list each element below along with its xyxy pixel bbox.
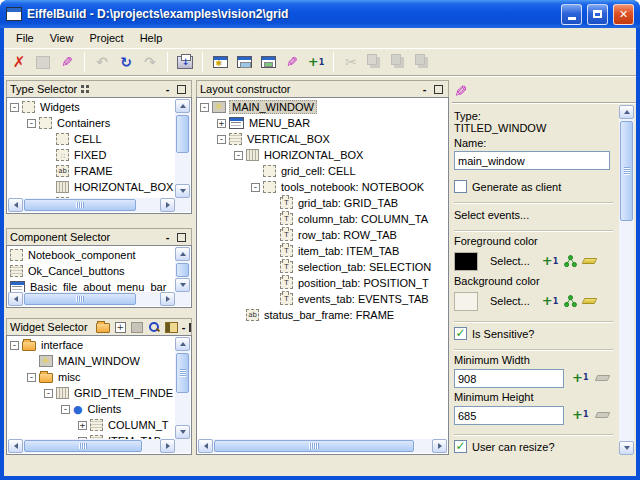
scroll-left-button[interactable] — [8, 439, 23, 453]
tree-row[interactable]: Tposition_tab: POSITION_T — [198, 275, 446, 291]
scroll-up-button[interactable] — [175, 337, 190, 351]
search-icon[interactable] — [148, 321, 160, 333]
vertical-scrollbar[interactable] — [175, 247, 190, 292]
export-button[interactable] — [174, 51, 196, 73]
panel-maximize-button[interactable] — [434, 85, 443, 94]
panel-minimize-button[interactable]: - — [419, 85, 430, 93]
horizontal-scrollbar[interactable] — [8, 198, 175, 212]
maximize-button[interactable] — [587, 4, 608, 25]
build-button[interactable]: ✎ — [56, 51, 78, 73]
scrollbar-thumb[interactable] — [176, 263, 189, 277]
tree-row[interactable]: Basic_file_about_menu_bar — [8, 279, 175, 292]
scroll-left-button[interactable] — [198, 439, 213, 453]
scrollbar-thumb[interactable] — [214, 440, 414, 452]
collapse-icon[interactable]: - — [234, 151, 243, 160]
add-one-icon[interactable]: +1 — [542, 256, 558, 266]
scroll-left-button[interactable] — [8, 198, 23, 212]
vertical-scrollbar[interactable] — [175, 337, 190, 439]
scroll-right-button[interactable] — [432, 439, 447, 453]
horizontal-scrollbar[interactable] — [198, 439, 447, 453]
vertical-scrollbar[interactable] — [175, 99, 190, 198]
color-tree-icon[interactable] — [564, 255, 577, 268]
tree-row[interactable]: +COLUMN_T — [8, 417, 175, 433]
scroll-up-button[interactable] — [619, 105, 634, 119]
foreground-select-button[interactable]: Select... — [484, 253, 536, 269]
select-events-button[interactable]: Select events... — [454, 209, 613, 221]
minimize-button[interactable] — [561, 4, 582, 25]
folder-icon[interactable] — [96, 323, 110, 333]
scrollbar-thumb[interactable] — [24, 293, 136, 305]
builder-tool-button[interactable]: ✎ — [281, 51, 303, 73]
scrollbar-thumb[interactable] — [176, 353, 189, 393]
scroll-down-button[interactable] — [175, 184, 190, 198]
collapse-icon[interactable]: - — [10, 341, 19, 350]
panel-maximize-button[interactable] — [189, 323, 191, 332]
window-settings-button[interactable] — [209, 51, 231, 73]
tree-row[interactable]: -VERTICAL_BOX — [198, 131, 446, 147]
collapse-icon[interactable]: - — [61, 405, 70, 414]
tree-row[interactable]: -Widgets — [8, 99, 175, 115]
tree-row[interactable]: -tools_notebook: NOTEBOOK — [198, 179, 446, 195]
horizontal-scrollbar[interactable] — [8, 439, 175, 453]
scroll-down-button[interactable] — [619, 441, 634, 455]
collapse-icon[interactable]: - — [251, 183, 260, 192]
tree-row[interactable]: CELL — [8, 131, 175, 147]
user-can-resize-checkbox[interactable]: ✓ — [454, 440, 467, 453]
tree-row[interactable]: -●Clients — [8, 401, 175, 417]
tree-row[interactable]: grid_cell: CELL — [198, 163, 446, 179]
horizontal-scrollbar[interactable] — [8, 292, 175, 306]
generate-as-client-checkbox[interactable] — [454, 180, 467, 193]
add-one-icon[interactable]: +1 — [572, 410, 588, 420]
tree-row[interactable]: +MENU_BAR — [198, 115, 446, 131]
tree-row[interactable]: ∷FIXED — [8, 147, 175, 163]
name-input[interactable] — [454, 151, 610, 170]
scrollbar-thumb[interactable] — [24, 440, 142, 452]
erase-color-icon[interactable] — [582, 258, 598, 264]
menu-project[interactable]: Project — [81, 29, 131, 47]
menu-help[interactable]: Help — [132, 29, 171, 47]
scroll-right-button[interactable] — [160, 439, 175, 453]
scroll-right-button[interactable] — [160, 198, 175, 212]
min-height-input[interactable] — [454, 406, 564, 425]
scroll-left-button[interactable] — [8, 292, 23, 306]
collapse-icon[interactable]: - — [27, 119, 36, 128]
add-one-icon[interactable]: +1 — [542, 296, 558, 306]
collapse-icon[interactable]: - — [10, 103, 19, 112]
color-tree-icon[interactable] — [564, 295, 577, 308]
tree-row[interactable]: -interface — [8, 337, 175, 353]
tree-row[interactable]: abstatus_bar_frame: FRAME — [198, 307, 446, 323]
tree-row[interactable]: ✳MAIN_WINDOW — [8, 353, 175, 369]
delete-button[interactable]: ✗ — [8, 51, 30, 73]
collapse-icon[interactable]: - — [44, 389, 53, 398]
scroll-up-button[interactable] — [175, 99, 190, 113]
tree-row[interactable]: Trow_tab: ROW_TAB — [198, 227, 446, 243]
scroll-right-button[interactable] — [160, 292, 175, 306]
tree-row[interactable]: Tselection_tab: SELECTION — [198, 259, 446, 275]
collapse-icon[interactable]: - — [217, 135, 226, 144]
panel-minimize-button[interactable]: - — [162, 233, 173, 241]
panel-minimize-button[interactable]: - — [182, 323, 186, 331]
scroll-up-button[interactable] — [175, 247, 190, 261]
collapse-icon[interactable]: - — [200, 103, 209, 112]
tree-row[interactable]: Ok_Cancel_buttons — [8, 263, 175, 279]
scrollbar-thumb[interactable] — [24, 199, 136, 211]
tree-row[interactable]: -HORIZONTAL_BOX — [198, 147, 446, 163]
package-icon[interactable] — [165, 322, 178, 333]
menu-view[interactable]: View — [42, 29, 82, 47]
foreground-color-swatch[interactable] — [454, 252, 478, 271]
is-sensitive-checkbox[interactable]: ✓ — [454, 327, 467, 340]
add-one-button[interactable]: +1 — [305, 51, 327, 73]
tree-row[interactable]: Tcolumn_tab: COLUMN_TA — [198, 211, 446, 227]
tree-row[interactable]: Notebook_component — [8, 247, 175, 263]
panel-minimize-button[interactable]: - — [162, 85, 173, 93]
scrollbar-thumb[interactable] — [176, 115, 189, 153]
blank-icon[interactable] — [131, 322, 143, 333]
erase-color-icon[interactable] — [582, 298, 598, 304]
add-one-icon[interactable]: +1 — [572, 373, 588, 383]
tree-row[interactable]: -misc — [8, 369, 175, 385]
background-color-swatch[interactable] — [454, 292, 478, 311]
expand-icon[interactable]: + — [217, 119, 226, 128]
preview-window-alt-button[interactable] — [257, 51, 279, 73]
background-select-button[interactable]: Select... — [484, 293, 536, 309]
tree-row[interactable]: Titem_tab: ITEM_TAB — [198, 243, 446, 259]
